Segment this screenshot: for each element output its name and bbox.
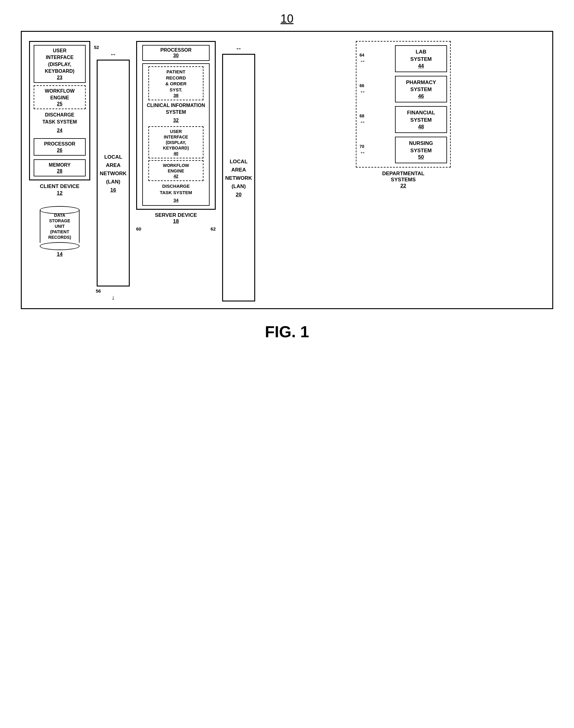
server-device-label: SERVER DEVICE <box>155 212 197 218</box>
cylinder-bottom <box>40 242 80 250</box>
data-storage-num: 14 <box>57 251 63 258</box>
dept-outer-box: 64 ↔ LAB SYSTEM 44 66 ↔ PHARMACY S <box>356 41 451 168</box>
financial-arrow: ↔ <box>360 118 366 125</box>
client-device-label: CLIENT DEVICE <box>40 183 79 190</box>
pharmacy-label: PHARMACY SYSTEM <box>397 79 445 94</box>
lan1-ref52: 52 <box>94 45 99 50</box>
client-wf-label: WORKFLOW ENGINE <box>36 88 84 101</box>
lan2-num: 20 <box>236 192 242 198</box>
dept-section: 64 ↔ LAB SYSTEM 44 66 ↔ PHARMACY S <box>258 39 548 302</box>
nursing-label: NURSING SYSTEM <box>397 140 445 154</box>
client-wf-num: 25 <box>36 101 84 107</box>
lan1-num: 16 <box>111 187 116 193</box>
server-section: PROCESSOR 30 PATIENT RECORD & ORDER SYST… <box>133 39 219 302</box>
outer-border: USER INTERFACE (DISPLAY, KEYBOARD) 23 WO… <box>21 31 553 309</box>
lab-box: LAB SYSTEM 44 <box>395 45 447 72</box>
client-discharge-num: 24 <box>57 128 63 133</box>
data-storage-label: DATA STORAGE UNIT (PATIENT RECORDS) <box>42 213 78 240</box>
lab-arrow: ↔ <box>360 57 366 64</box>
server-wf-num: 42 <box>150 174 202 179</box>
lan1-box: LOCAL AREA NETWORK (LAN) 16 <box>97 60 130 286</box>
lab-label: LAB SYSTEM <box>397 48 445 63</box>
client-processor-label: PROCESSOR <box>36 141 84 147</box>
pharmacy-box: PHARMACY SYSTEM 46 <box>395 76 447 103</box>
pharmacy-arrow: ↔ <box>360 88 366 95</box>
server-outer-box: PROCESSOR 30 PATIENT RECORD & ORDER SYST… <box>136 41 216 210</box>
lan1-arrow-down: ↓ <box>112 293 115 302</box>
server-ref62: 62 <box>210 226 216 231</box>
dept-label: DEPARTMENTAL SYSTEMS <box>382 171 424 183</box>
lab-row: 64 ↔ LAB SYSTEM 44 <box>360 45 447 72</box>
data-storage-unit: DATA STORAGE UNIT (PATIENT RECORDS) 14 <box>40 206 80 258</box>
lan1-arrow-left: ↔ <box>110 50 117 58</box>
patient-record-num: 38 <box>150 93 202 98</box>
fig-label: FIG. 1 <box>265 323 309 341</box>
server-ui-label: USER INTERFACE (DISPLAY, KEYBOARD) <box>150 129 202 151</box>
clinical-info-label: CLINICAL INFORMATION SYSTEM <box>145 102 207 116</box>
client-outer-box: USER INTERFACE (DISPLAY, KEYBOARD) 23 WO… <box>29 41 90 180</box>
pharmacy-row: 66 ↔ PHARMACY SYSTEM 46 <box>360 76 447 103</box>
financial-box: FINANCIAL SYSTEM 48 <box>395 106 447 133</box>
client-processor-box: PROCESSOR 26 <box>34 138 86 155</box>
cylinder-top <box>40 206 80 214</box>
financial-ref: 68 <box>360 113 364 118</box>
pharmacy-num: 46 <box>397 93 445 99</box>
client-device-num: 12 <box>57 190 63 196</box>
financial-row: 68 ↔ FINANCIAL SYSTEM 48 <box>360 106 447 133</box>
lan1-ref56: 56 <box>96 288 101 293</box>
lan1-section: 52 ↔ LOCAL AREA NETWORK (LAN) 16 56 ↓ <box>93 39 133 302</box>
client-wf-box: WORKFLOW ENGINE 25 <box>34 85 86 109</box>
lan1-label: LOCAL AREA NETWORK (LAN) <box>100 153 127 186</box>
client-ui-num: 23 <box>36 75 84 80</box>
server-processor-box: PROCESSOR 30 <box>142 45 210 61</box>
server-wf-label: WORKFLOW ENGINE <box>150 163 202 174</box>
client-processor-num: 26 <box>36 148 84 153</box>
cylinder-body: DATA STORAGE UNIT (PATIENT RECORDS) <box>40 210 80 243</box>
server-refs: 60 62 <box>136 226 216 231</box>
lab-ref: 64 <box>360 53 364 57</box>
server-discharge-label: DISCHARGE TASK SYSTEM <box>160 183 192 196</box>
server-processor-label: PROCESSOR <box>144 47 208 53</box>
client-memory-box: MEMORY 28 <box>34 159 86 176</box>
nursing-arrow: ↔ <box>360 149 366 156</box>
client-memory-label: MEMORY <box>36 162 84 169</box>
lab-num: 44 <box>397 63 445 69</box>
server-device-num: 18 <box>173 218 179 224</box>
nursing-box: NURSING SYSTEM 50 <box>395 137 447 164</box>
client-device-section: USER INTERFACE (DISPLAY, KEYBOARD) 23 WO… <box>26 39 93 302</box>
financial-label: FINANCIAL SYSTEM <box>397 109 445 124</box>
clinical-info-num: 32 <box>173 118 179 123</box>
lan2-label: LOCAL AREA NETWORK (LAN) <box>225 157 252 191</box>
client-ui-box: USER INTERFACE (DISPLAY, KEYBOARD) 23 <box>34 45 86 83</box>
clinical-info-box: PATIENT RECORD & ORDER SYST. 38 CLINICAL… <box>142 63 210 206</box>
server-ref60: 60 <box>136 226 141 231</box>
dept-num: 22 <box>401 183 406 189</box>
nursing-num: 50 <box>397 154 445 160</box>
server-ui-num: 40 <box>150 151 202 156</box>
client-discharge-label: DISCHARGE TASK SYSTEM <box>43 111 77 125</box>
server-discharge-num: 34 <box>173 197 179 203</box>
client-memory-num: 28 <box>36 169 84 174</box>
diagram-title: 10 <box>281 12 293 26</box>
nursing-ref: 70 <box>360 144 364 149</box>
client-ui-label: USER INTERFACE (DISPLAY, KEYBOARD) <box>36 47 84 75</box>
server-ui-box: USER INTERFACE (DISPLAY, KEYBOARD) 40 <box>149 126 203 158</box>
lan2-box: LOCAL AREA NETWORK (LAN) 20 <box>222 54 255 302</box>
main-row: USER INTERFACE (DISPLAY, KEYBOARD) 23 WO… <box>26 39 548 302</box>
server-wf-box: WORKFLOW ENGINE 42 <box>149 160 203 181</box>
pharmacy-ref: 66 <box>360 83 364 88</box>
lan2-arrow: ↔ <box>235 45 242 53</box>
financial-num: 48 <box>397 124 445 130</box>
patient-record-label: PATIENT RECORD & ORDER SYST. <box>150 69 202 93</box>
patient-record-box: PATIENT RECORD & ORDER SYST. 38 <box>149 66 203 100</box>
server-processor-num: 30 <box>144 53 208 58</box>
nursing-row: 70 ↔ NURSING SYSTEM 50 <box>360 137 447 164</box>
lan2-section: ↔ LOCAL AREA NETWORK (LAN) 20 <box>219 39 258 302</box>
